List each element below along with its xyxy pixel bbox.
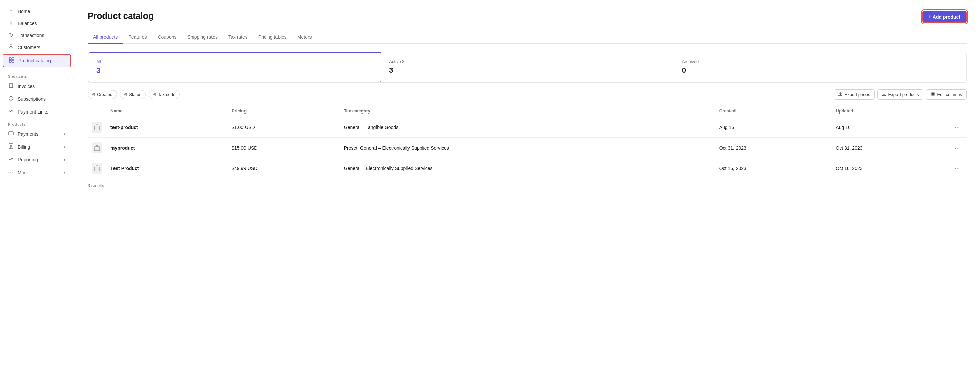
results-count: 3 results [88,183,967,188]
product-actions-cell: ··· [948,117,967,138]
home-icon: ⌂ [8,8,14,14]
row-more-button[interactable]: ··· [952,164,963,173]
product-catalog-icon [9,57,15,64]
more-icon: ··· [8,169,14,176]
table-row[interactable]: test-product $1.00 USD General – Tangibl… [88,117,967,138]
product-tax-cell: General – Tangible Goods [340,117,715,138]
sidebar-item-customers[interactable]: Customers [3,41,71,54]
export-prices-button[interactable]: Export prices [834,89,875,100]
sidebar-item-label: Product catalog [18,58,51,63]
product-name: test-product [110,124,138,130]
chevron-down-icon: ▾ [64,158,66,162]
product-actions-cell: ··· [948,158,967,179]
tab-pricing-tables[interactable]: Pricing tables [253,31,292,44]
product-name-cell: test-product [107,117,228,138]
svg-rect-2 [12,57,14,60]
sidebar-item-billing[interactable]: Billing ▾ [3,141,71,153]
page-title: Product catalog [88,11,154,21]
product-updated-cell: Oct 16, 2023 [832,158,948,179]
sidebar-item-invoices[interactable]: Invoices [3,80,71,92]
filter-status-label: Status [129,92,142,97]
col-name-header: Name [107,105,228,117]
filter-status-button[interactable]: ⊕ Status [119,90,146,99]
stat-cards: All 3 Active 3 3 Archived 0 [88,52,967,83]
table-row[interactable]: myproduct $15.00 USD Preset: General – E… [88,138,967,158]
product-icon-cell [88,158,107,179]
svg-point-9 [932,93,934,95]
product-actions-cell: ··· [948,138,967,158]
export-products-icon [882,92,886,97]
page-header: Product catalog + Add product [88,11,967,23]
products-table: Name Pricing Tax category Created Update… [88,105,967,188]
main-content: Product catalog + Add product All produc… [74,0,980,386]
transactions-icon: ↻ [8,32,14,38]
sidebar-item-transactions[interactable]: ↻ Transactions [3,29,71,41]
product-icon [92,163,102,174]
filters-left: ⊕ Created ⊕ Status ⊕ Tax code [88,90,180,99]
sidebar-item-more[interactable]: ··· More ▾ [3,166,71,179]
svg-rect-3 [10,60,11,62]
edit-columns-button[interactable]: Edit columns [926,89,967,100]
tab-meters[interactable]: Meters [292,31,317,44]
sidebar-item-balances[interactable]: ≡ Balances [3,18,71,29]
sidebar-item-payments[interactable]: Payments ▾ [3,128,71,140]
tab-shipping-rates[interactable]: Shipping rates [182,31,223,44]
row-more-button[interactable]: ··· [952,123,963,132]
table-row[interactable]: Test Product $49.99 USD General – Electr… [88,158,967,179]
stat-card-all-value: 3 [96,66,372,75]
sidebar-item-product-catalog[interactable]: Product catalog [3,54,71,67]
stat-card-all-label: All [96,59,372,64]
product-name-cell: myproduct [107,138,228,158]
stat-card-all[interactable]: All 3 [88,52,381,83]
product-pricing-cell: $15.00 USD [228,138,340,158]
tab-all-products[interactable]: All products [88,31,123,44]
tab-tax-rates[interactable]: Tax rates [223,31,253,44]
chevron-down-icon: ▾ [64,132,66,136]
stat-card-active-value: 3 [389,66,665,75]
stat-card-archived[interactable]: Archived 0 [674,52,966,82]
export-products-button[interactable]: Export products [877,89,923,100]
add-product-button[interactable]: + Add product [923,11,967,23]
stat-card-active-label: Active 3 [389,59,665,64]
table-header-row: Name Pricing Tax category Created Update… [88,105,967,117]
col-icon-header [88,105,107,117]
billing-icon [8,144,14,150]
sidebar-item-subscriptions[interactable]: Subscriptions [3,93,71,105]
svg-rect-12 [94,167,100,171]
chevron-down-icon: ▾ [64,145,66,149]
subscriptions-icon [8,96,14,102]
stat-card-active[interactable]: Active 3 3 [381,52,673,82]
col-tax-category-header: Tax category [340,105,715,117]
row-more-button[interactable]: ··· [952,143,963,153]
export-prices-label: Export prices [845,92,870,97]
sidebar-item-label: Invoices [18,83,35,89]
sidebar-item-reporting[interactable]: Reporting ▾ [3,153,71,166]
product-pricing-cell: $49.99 USD [228,158,340,179]
tab-coupons[interactable]: Coupons [152,31,182,44]
product-tax-cell: Preset: General – Electronically Supplie… [340,138,715,158]
tab-features[interactable]: Features [123,31,152,44]
product-name-cell: Test Product [107,158,228,179]
product-icon-cell [88,117,107,138]
export-products-label: Export products [888,92,919,97]
svg-rect-1 [10,57,11,60]
product-icon [92,122,102,133]
sidebar-item-label: Subscriptions [18,96,46,102]
col-pricing-header: Pricing [228,105,340,117]
col-actions-header [948,105,967,117]
sidebar-item-label: Transactions [18,33,45,38]
payment-links-icon [8,108,14,115]
filter-created-button[interactable]: ⊕ Created [88,90,117,99]
sidebar-item-payment-links[interactable]: Payment Links [3,106,71,118]
customers-icon [8,44,14,51]
sidebar: ⌂ Home ≡ Balances ↻ Transactions Custome… [0,0,74,386]
invoices-icon [8,83,14,89]
shortcuts-section-title: Shortcuts [0,70,74,80]
edit-columns-icon [931,92,935,97]
col-updated-header: Updated [832,105,948,117]
sidebar-item-home[interactable]: ⌂ Home [3,6,71,17]
svg-rect-4 [12,60,14,62]
filter-created-label: Created [97,92,113,97]
filter-taxcode-button[interactable]: ⊕ Tax code [148,90,180,99]
product-icon-cell [88,138,107,158]
